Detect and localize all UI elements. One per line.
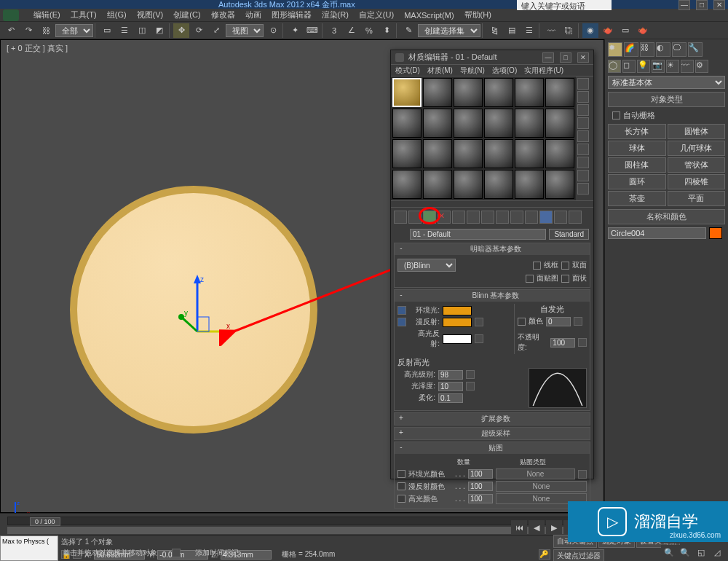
- menu-custom[interactable]: 自定义(U): [359, 9, 394, 20]
- menu-anim[interactable]: 动画: [245, 9, 261, 20]
- menu-help[interactable]: 帮助(H): [464, 9, 491, 20]
- selection-set-dropdown[interactable]: 创建选择集: [418, 24, 480, 37]
- rollout-toggle[interactable]: -: [397, 244, 405, 254]
- render-frame-icon[interactable]: ▭: [617, 23, 633, 38]
- refcoord-dropdown[interactable]: 视图: [226, 24, 264, 37]
- more-icon[interactable]: [569, 211, 582, 224]
- cameras-subtab[interactable]: 📷: [652, 60, 665, 73]
- diffuse-lock-icon[interactable]: [397, 318, 406, 326]
- opacity-spinner[interactable]: [550, 338, 575, 348]
- name-color-rollout[interactable]: 名称和颜色: [608, 209, 725, 224]
- cone-button[interactable]: 圆锥体: [668, 124, 726, 139]
- faceted-checkbox[interactable]: [561, 275, 569, 283]
- primitive-category-dropdown[interactable]: 标准基本体: [608, 76, 725, 89]
- get-material-icon[interactable]: [394, 211, 407, 224]
- menu-render[interactable]: 渲染(R): [322, 9, 349, 20]
- matmap-nav-icon[interactable]: [577, 183, 589, 195]
- add-time-mark[interactable]: 添加时间标记: [195, 548, 239, 558]
- geosphere-button[interactable]: 几何球体: [668, 141, 726, 156]
- window-crossing-icon[interactable]: ◩: [151, 23, 167, 38]
- zoom-icon[interactable]: 🔍: [661, 545, 677, 560]
- sphere-button[interactable]: 球体: [608, 141, 666, 156]
- keymode-icon[interactable]: ⌨: [304, 23, 320, 38]
- hierarchy-tab[interactable]: ⛓: [640, 42, 654, 57]
- sample-type-icon[interactable]: [577, 78, 589, 90]
- select-region-icon[interactable]: ◫: [134, 23, 150, 38]
- mat-menu-material[interactable]: 材质(M): [427, 66, 453, 76]
- help-search[interactable]: 键入关键字或短语: [517, 0, 612, 10]
- diffuse-map-button[interactable]: [475, 318, 483, 326]
- geometry-subtab[interactable]: ◯: [608, 60, 621, 73]
- autogrid-checkbox[interactable]: [612, 111, 620, 119]
- twosided-checkbox[interactable]: [561, 262, 569, 270]
- material-slot[interactable]: [454, 78, 483, 107]
- mat-id-icon[interactable]: [496, 211, 509, 224]
- plane-button[interactable]: 平面: [668, 191, 726, 206]
- redo-icon[interactable]: ↷: [20, 23, 36, 38]
- select-by-mat-icon[interactable]: [577, 170, 589, 181]
- video-check-icon[interactable]: [577, 130, 589, 142]
- viewport-label[interactable]: [ + 0 正交 ] 真实 ]: [7, 43, 68, 54]
- menu-graph[interactable]: 图形编辑器: [272, 9, 312, 20]
- specular-color-swatch[interactable]: [443, 334, 472, 344]
- material-slot[interactable]: [515, 170, 544, 199]
- play-icon[interactable]: ▶: [546, 520, 562, 535]
- material-slot[interactable]: [423, 170, 452, 199]
- mat-menu-options[interactable]: 选项(O): [492, 66, 517, 76]
- snap-spinner-icon[interactable]: ⬍: [379, 23, 395, 38]
- put-to-scene-icon[interactable]: [408, 211, 422, 224]
- shader-dropdown[interactable]: (B)Blinn: [397, 259, 456, 272]
- material-slot[interactable]: [454, 109, 483, 138]
- select-name-icon[interactable]: ☰: [116, 23, 132, 38]
- go-parent-icon[interactable]: [539, 211, 553, 224]
- time-tag-icon[interactable]: [172, 549, 181, 557]
- shapes-subtab[interactable]: ◻: [622, 60, 636, 73]
- tube-button[interactable]: 管状体: [668, 157, 726, 173]
- material-slot[interactable]: [545, 78, 574, 107]
- prev-frame-icon[interactable]: ◀: [529, 520, 545, 535]
- modify-tab[interactable]: 🌈: [624, 42, 638, 57]
- mat-menu-util[interactable]: 实用程序(U): [524, 66, 563, 76]
- motion-tab[interactable]: ◐: [656, 42, 670, 57]
- map-lock-icon[interactable]: [578, 470, 587, 479]
- manip-icon[interactable]: ✦: [287, 23, 303, 38]
- key-mode-icon[interactable]: 🔑: [539, 549, 550, 560]
- pivot-icon[interactable]: ⊙: [265, 23, 281, 38]
- material-slot[interactable]: [545, 139, 574, 168]
- time-ruler[interactable]: [7, 527, 597, 534]
- specular-map-button[interactable]: [475, 334, 483, 343]
- align-icon[interactable]: ▤: [504, 23, 520, 38]
- put-to-lib-icon[interactable]: [481, 211, 494, 224]
- mat-menu-mode[interactable]: 模式(D): [395, 66, 420, 76]
- cylinder-button[interactable]: 圆柱体: [608, 157, 666, 173]
- material-slot-1[interactable]: [392, 78, 422, 107]
- snap3d-icon[interactable]: 3: [326, 23, 342, 38]
- time-slider-thumb[interactable]: 0 / 100: [30, 517, 60, 526]
- zoom-ext-icon[interactable]: ◱: [693, 545, 709, 560]
- selfillum-spinner[interactable]: [546, 317, 571, 326]
- rotate-icon[interactable]: ⟳: [191, 23, 207, 38]
- reset-map-icon[interactable]: ✕: [438, 211, 451, 224]
- create-tab[interactable]: ✹: [608, 42, 622, 57]
- material-editor-titlebar[interactable]: 材质编辑器 - 01 - Default — □ ✕: [391, 50, 593, 65]
- slot-scrollbar[interactable]: [391, 200, 593, 208]
- material-slot[interactable]: [484, 78, 513, 107]
- selfillum-color-checkbox[interactable]: [518, 318, 526, 326]
- material-slot[interactable]: [515, 139, 544, 168]
- diffuse-color-swatch[interactable]: [443, 318, 472, 327]
- soften-spinner[interactable]: [438, 393, 463, 403]
- render-icon[interactable]: 🫖: [635, 23, 651, 38]
- rollout-toggle[interactable]: +: [397, 428, 405, 439]
- material-slot[interactable]: [392, 170, 422, 199]
- menu-create[interactable]: 创建(C): [173, 9, 200, 20]
- material-slot[interactable]: [423, 78, 452, 107]
- make-copy-icon[interactable]: [452, 211, 465, 224]
- facemap-checkbox[interactable]: [526, 275, 534, 283]
- link-icon[interactable]: ⛓: [38, 23, 54, 38]
- material-slot[interactable]: [484, 139, 513, 168]
- close-button[interactable]: ✕: [713, 0, 725, 10]
- wire-checkbox[interactable]: [533, 262, 541, 270]
- select-icon[interactable]: ▭: [99, 23, 115, 38]
- material-slot[interactable]: [545, 109, 574, 138]
- ambient-lock-icon[interactable]: [397, 306, 406, 315]
